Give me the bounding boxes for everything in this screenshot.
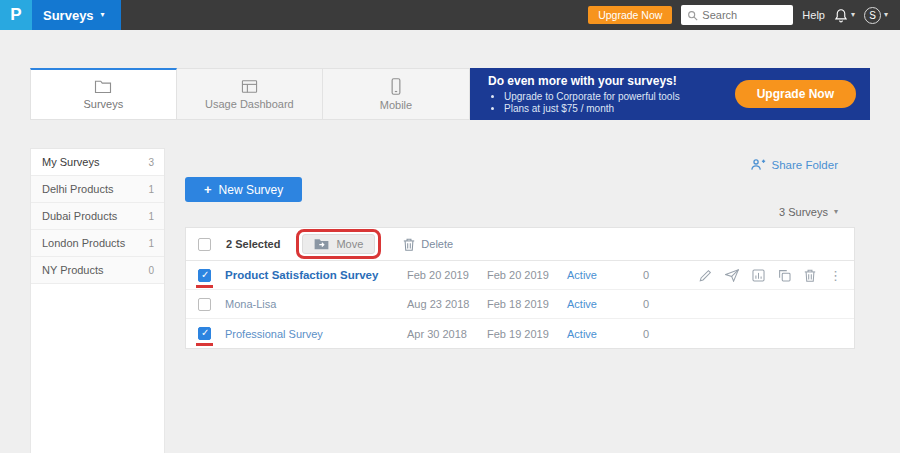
tab-mobile[interactable]: Mobile <box>323 68 470 120</box>
send-icon[interactable] <box>725 269 739 282</box>
new-survey-button[interactable]: + New Survey <box>185 177 302 202</box>
trash-icon[interactable] <box>804 269 816 282</box>
responses-count: 0 <box>643 328 683 340</box>
row-checkbox-wrap <box>198 269 211 282</box>
dashboard-icon <box>241 79 258 94</box>
modified-date: Feb 19 2019 <box>487 328 567 340</box>
folder-label: NY Products <box>42 264 104 276</box>
select-all-checkbox[interactable] <box>198 238 211 251</box>
tab-usage-dashboard[interactable]: Usage Dashboard <box>177 68 324 120</box>
folder-label: My Surveys <box>42 156 99 168</box>
survey-title-link[interactable]: Mona-Lisa <box>225 298 407 310</box>
folder-label: Dubai Products <box>42 210 117 222</box>
search-box[interactable] <box>681 5 793 25</box>
survey-title-link[interactable]: Professional Survey <box>225 328 407 340</box>
app-logo[interactable]: P <box>0 0 32 30</box>
mobile-icon <box>390 78 402 95</box>
app-screen: P Surveys ▾ Upgrade Now Help ▾ S ▾ <box>0 0 900 453</box>
surveys-count-dropdown[interactable]: 3 Surveys ▾ <box>779 206 838 218</box>
responses-count: 0 <box>643 298 683 310</box>
plus-icon: + <box>204 182 212 197</box>
tab-mobile-label: Mobile <box>380 99 412 111</box>
chevron-down-icon: ▾ <box>884 11 888 19</box>
tab-surveys-label: Surveys <box>83 98 123 110</box>
created-date: Feb 20 2019 <box>407 269 487 281</box>
status-label: Active <box>567 328 643 340</box>
created-date: Apr 30 2018 <box>407 328 487 340</box>
help-link[interactable]: Help <box>802 9 825 21</box>
status-label: Active <box>567 269 643 281</box>
reports-chart-icon[interactable] <box>752 269 765 282</box>
chevron-down-icon: ▾ <box>101 11 105 19</box>
modified-date: Feb 20 2019 <box>487 269 567 281</box>
delete-label: Delete <box>421 238 453 250</box>
account-menu[interactable]: S ▾ <box>864 7 888 24</box>
annotation-box-move: Move <box>296 229 381 259</box>
share-folder-label: Share Folder <box>772 159 838 171</box>
sidebar-item-dubai-products[interactable]: Dubai Products 1 <box>31 203 164 230</box>
annotation-underline <box>196 285 213 288</box>
modified-date: Feb 18 2019 <box>487 298 567 310</box>
selected-count-label: 2 Selected <box>226 238 280 250</box>
chevron-down-icon: ▾ <box>834 208 838 216</box>
folder-label: Delhi Products <box>42 183 114 195</box>
banner-text: Do even more with your surveys! Upgrade … <box>488 74 725 115</box>
more-options-kebab-icon[interactable]: ⋮ <box>829 269 842 282</box>
row-checkbox[interactable] <box>198 269 211 282</box>
row-checkbox[interactable] <box>198 327 211 340</box>
edit-pencil-icon[interactable] <box>699 269 712 282</box>
sidebar-item-my-surveys[interactable]: My Surveys 3 <box>31 149 164 176</box>
surveys-table: 2 Selected Move Delete <box>185 227 855 349</box>
notifications-button[interactable]: ▾ <box>834 8 855 23</box>
table-row: Product Satisfaction Survey Feb 20 2019 … <box>186 261 854 290</box>
surveys-nav-dropdown[interactable]: Surveys ▾ <box>32 0 121 30</box>
responses-count: 0 <box>643 269 683 281</box>
sidebar-item-delhi-products[interactable]: Delhi Products 1 <box>31 176 164 203</box>
move-button[interactable]: Move <box>302 234 375 254</box>
folder-count: 1 <box>148 211 154 222</box>
folder-count: 3 <box>148 157 154 168</box>
move-folder-icon <box>314 238 329 250</box>
banner-bullets: Upgrade to Corporate for powerful tools … <box>504 91 725 114</box>
created-date: Aug 23 2018 <box>407 298 487 310</box>
share-folder-icon <box>750 158 766 171</box>
upgrade-now-button[interactable]: Upgrade Now <box>588 6 672 24</box>
surveys-nav-label: Surveys <box>43 8 94 23</box>
folder-count: 0 <box>148 265 154 276</box>
table-row: Mona-Lisa Aug 23 2018 Feb 18 2019 Active… <box>186 290 854 319</box>
survey-title-link[interactable]: Product Satisfaction Survey <box>225 269 407 281</box>
tab-usage-dashboard-label: Usage Dashboard <box>205 98 294 110</box>
copy-icon[interactable] <box>778 269 791 282</box>
new-survey-label: New Survey <box>219 183 284 197</box>
table-toolbar: 2 Selected Move Delete <box>186 228 854 261</box>
chevron-down-icon: ▾ <box>851 11 855 19</box>
row-checkbox-wrap <box>198 298 211 311</box>
banner-bullet: Plans at just $75 / month <box>504 103 725 114</box>
top-bar: P Surveys ▾ Upgrade Now Help ▾ S ▾ <box>0 0 900 30</box>
folder-label: London Products <box>42 237 125 249</box>
delete-button[interactable]: Delete <box>403 238 453 251</box>
bell-icon <box>834 8 848 23</box>
tab-strip: Surveys Usage Dashboard Mobile Do even m… <box>30 68 870 120</box>
row-checkbox[interactable] <box>198 298 211 311</box>
tabs: Surveys Usage Dashboard Mobile <box>30 68 470 120</box>
sidebar-item-ny-products[interactable]: NY Products 0 <box>31 257 164 284</box>
move-label: Move <box>336 238 363 250</box>
search-icon <box>687 10 698 21</box>
sidebar-item-london-products[interactable]: London Products 1 <box>31 230 164 257</box>
share-folder-link[interactable]: Share Folder <box>750 158 838 171</box>
folders-sidebar: My Surveys 3 Delhi Products 1 Dubai Prod… <box>30 148 165 453</box>
topbar-right: Upgrade Now Help ▾ S ▾ <box>588 5 900 25</box>
surveys-count-label: 3 Surveys <box>779 206 828 218</box>
folder-count: 1 <box>148 184 154 195</box>
folder-icon <box>94 79 112 94</box>
banner-title: Do even more with your surveys! <box>488 74 725 88</box>
tab-surveys[interactable]: Surveys <box>30 68 177 120</box>
trash-icon <box>403 238 415 251</box>
table-row: Professional Survey Apr 30 2018 Feb 19 2… <box>186 319 854 348</box>
search-input[interactable] <box>702 9 787 21</box>
row-checkbox-wrap <box>198 327 211 340</box>
banner-upgrade-button[interactable]: Upgrade Now <box>735 80 856 108</box>
annotation-underline <box>196 343 213 346</box>
folder-count: 1 <box>148 238 154 249</box>
